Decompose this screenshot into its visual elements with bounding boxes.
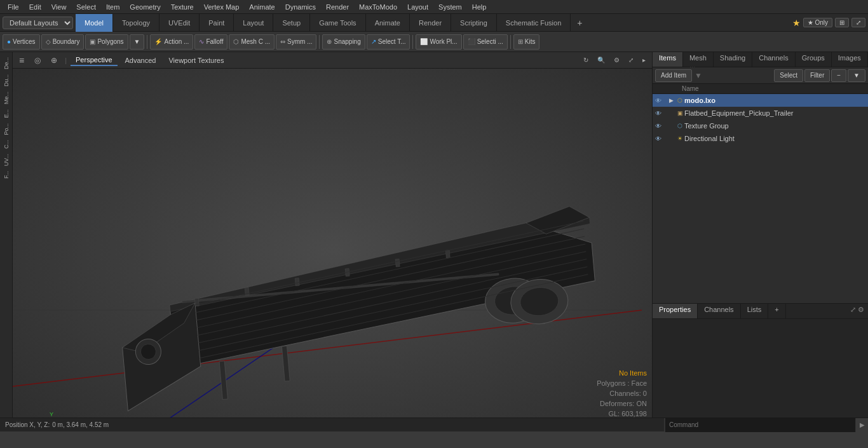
tab-topology[interactable]: Topology	[113, 14, 159, 32]
sidebar-item-f[interactable]: F...	[2, 168, 11, 181]
tool-symm[interactable]: ⇔ Symm ...	[276, 34, 316, 50]
tool-falloff[interactable]: ∿ Falloff	[194, 34, 227, 50]
tool-dropdown[interactable]: ▼	[130, 34, 145, 50]
tool-kits[interactable]: ⊞ Kits	[513, 34, 540, 50]
viewport-tab-textures[interactable]: Viewport Textures	[163, 55, 229, 65]
bp-tab-add[interactable]: +	[768, 304, 785, 318]
panel-tab-channels[interactable]: Channels	[752, 52, 795, 67]
tool-work-pl[interactable]: ⬜ Work Pl...	[416, 34, 461, 50]
menu-animate[interactable]: Animate	[244, 2, 280, 12]
tool-selecti[interactable]: ⬛ Selecti ...	[463, 34, 508, 50]
viewport-more-btn[interactable]: ▸	[639, 55, 649, 65]
tree-row-texture[interactable]: 👁 ⬡ Texture Group	[653, 119, 868, 132]
tree-row-root[interactable]: 👁 ▶ ⬡ modo.lxo	[653, 94, 868, 107]
tool-select-t[interactable]: ↗ Select T...	[367, 34, 410, 50]
tree-row-mesh[interactable]: 👁 ▣ Flatbed_Equipment_Pickup_Trailer	[653, 107, 868, 119]
sidebar-item-po[interactable]: Po...	[2, 121, 11, 138]
eye-icon-root[interactable]: 👁	[655, 97, 664, 104]
menu-layout[interactable]: Layout	[402, 2, 433, 12]
sidebar-item-uv[interactable]: UV...	[2, 151, 11, 168]
menu-item[interactable]: Item	[101, 2, 125, 12]
tool-boundary[interactable]: ◇ Boundary	[41, 34, 85, 50]
menu-texture[interactable]: Texture	[166, 2, 199, 12]
tab-paint[interactable]: Paint	[200, 14, 234, 32]
viewport-settings-btn[interactable]: ⚙	[610, 55, 623, 65]
viewport-tab-perspective[interactable]: Perspective	[71, 55, 117, 66]
viewport-expand-btn[interactable]: ⤢	[625, 55, 637, 65]
eye-icon-light[interactable]: 👁	[655, 135, 664, 142]
add-item-button[interactable]: Add Item	[655, 69, 692, 82]
menu-file[interactable]: File	[3, 2, 24, 12]
svg-point-9	[519, 286, 560, 317]
tab-layout[interactable]: Layout	[234, 14, 273, 32]
svg-line-29	[195, 267, 592, 351]
tool-vertices[interactable]: ● Vertices	[3, 34, 40, 50]
bp-tab-channels[interactable]: Channels	[698, 304, 740, 318]
viewport-zoom-btn[interactable]: 🔍	[593, 55, 609, 65]
only-button[interactable]: ★ Only	[803, 18, 832, 27]
star-button[interactable]: ★	[792, 18, 801, 28]
command-go-button[interactable]: ▶	[855, 418, 868, 432]
command-input[interactable]	[665, 418, 855, 432]
tab-scripting[interactable]: Scripting	[451, 14, 497, 32]
menu-view[interactable]: View	[46, 2, 72, 12]
eye-icon-mesh[interactable]: 👁	[655, 110, 664, 117]
svg-rect-20	[395, 259, 400, 267]
menu-vertexmap[interactable]: Vertex Map	[199, 2, 245, 12]
expand-icon-root[interactable]: ▶	[667, 96, 675, 105]
panel-tab-items[interactable]: Items	[653, 52, 683, 67]
tree-row-light[interactable]: 👁 ☀ Directional Light	[653, 132, 868, 145]
menu-edit[interactable]: Edit	[24, 2, 46, 12]
tab-model[interactable]: Model	[76, 14, 113, 32]
svg-rect-16	[194, 298, 199, 306]
panel-tab-images[interactable]: Images	[832, 52, 868, 67]
menu-system[interactable]: System	[433, 2, 467, 12]
panel-arrow-btn[interactable]: ▼	[848, 69, 865, 82]
viewport[interactable]: ≡ ◎ ⊕ | Perspective Advanced Viewport Te…	[13, 52, 652, 417]
viewport-menu-btn[interactable]: ≡	[15, 54, 28, 67]
menu-maxtomodo[interactable]: MaxToModo	[354, 2, 402, 12]
panel-tab-shading[interactable]: Shading	[714, 52, 752, 67]
viewport-canvas[interactable]: X Z Y No Items Polygons : Face Channels:…	[13, 69, 652, 417]
tab-render[interactable]: Render	[410, 14, 451, 32]
menu-dynamics[interactable]: Dynamics	[280, 2, 321, 12]
viewport-info-overlay: No Items Polygons : Face Channels: 0 Def…	[597, 368, 647, 417]
sidebar-item-e[interactable]: E...	[2, 107, 11, 121]
tab-animate[interactable]: Animate	[366, 14, 410, 32]
menu-help[interactable]: Help	[467, 2, 492, 12]
menu-geometry[interactable]: Geometry	[125, 2, 165, 12]
viewport-tab-advanced[interactable]: Advanced	[120, 55, 161, 65]
bp-tab-properties[interactable]: Properties	[653, 304, 698, 318]
tool-action[interactable]: ⚡ Action ...	[150, 34, 193, 50]
svg-line-26	[193, 244, 590, 328]
tab-schematic[interactable]: Schematic Fusion	[497, 14, 571, 32]
sidebar-item-c[interactable]: C...	[2, 137, 11, 151]
sidebar-item-du[interactable]: Du...	[2, 72, 11, 89]
tab-add-button[interactable]: +	[571, 15, 588, 31]
menu-select[interactable]: Select	[71, 2, 101, 12]
sidebar-item-me[interactable]: Me...	[2, 89, 11, 107]
bp-tab-lists[interactable]: Lists	[741, 304, 769, 318]
tab-gametools[interactable]: Game Tools	[310, 14, 366, 32]
sidebar-item-de[interactable]: De...	[2, 55, 11, 72]
layout-select[interactable]: Default Layouts	[3, 17, 73, 29]
fullscreen-button[interactable]: ⤢	[851, 18, 865, 27]
svg-point-6	[484, 276, 545, 325]
filter-button[interactable]: Filter	[804, 69, 830, 82]
tab-uvedit[interactable]: UVEdit	[159, 14, 200, 32]
menu-render[interactable]: Render	[321, 2, 354, 12]
panel-tab-groups[interactable]: Groups	[796, 52, 832, 67]
panel-tab-mesh[interactable]: Mesh ...	[683, 52, 714, 67]
viewport-sphere-btn[interactable]: ◎	[31, 55, 44, 66]
viewport-rotate-btn[interactable]: ↻	[580, 55, 592, 65]
tab-setup[interactable]: Setup	[273, 14, 310, 32]
eye-icon-texture[interactable]: 👁	[655, 123, 664, 130]
bp-expand-btn[interactable]: ⤢ ⚙	[846, 304, 868, 318]
tool-snapping[interactable]: ⊕ Snapping	[322, 34, 365, 50]
tool-mesh-c[interactable]: ⬡ Mesh C ...	[229, 34, 275, 50]
viewport-grid-btn[interactable]: ⊕	[47, 55, 61, 66]
select-button[interactable]: Select	[774, 69, 803, 82]
maximize-button[interactable]: ⊞	[835, 18, 849, 27]
tool-polygons[interactable]: ▣ Polygons	[85, 34, 128, 50]
panel-minus-btn[interactable]: −	[831, 69, 846, 82]
